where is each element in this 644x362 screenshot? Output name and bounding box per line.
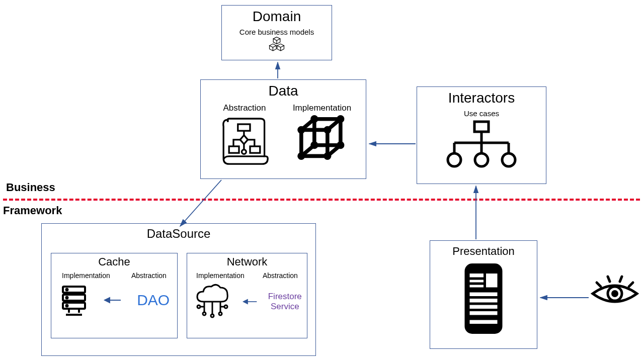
newspaper-phone-icon — [458, 261, 509, 336]
svg-marker-1 — [240, 135, 248, 144]
svg-point-26 — [211, 314, 214, 317]
svg-rect-35 — [470, 280, 484, 283]
svg-point-12 — [337, 141, 344, 149]
cache-box: Cache Implementation Abstraction — [51, 253, 178, 338]
svg-rect-39 — [470, 305, 498, 309]
network-abstraction-text: Firestore Service — [268, 292, 302, 312]
svg-marker-24 — [105, 298, 110, 303]
svg-point-6 — [324, 126, 331, 134]
cubes-icon — [268, 36, 285, 53]
svg-point-7 — [297, 152, 305, 160]
eye-icon — [590, 272, 640, 314]
svg-point-25 — [203, 312, 206, 315]
svg-point-43 — [611, 290, 618, 297]
svg-rect-41 — [470, 320, 498, 324]
svg-rect-40 — [470, 311, 498, 315]
svg-point-22 — [66, 305, 67, 307]
svg-point-29 — [224, 305, 227, 308]
svg-point-4 — [242, 150, 247, 154]
svg-rect-37 — [470, 293, 498, 297]
network-title: Network — [187, 255, 307, 268]
network-box: Network Implementation Abstraction — [187, 253, 307, 338]
svg-point-16 — [502, 153, 515, 166]
svg-rect-2 — [229, 146, 239, 153]
svg-point-21 — [66, 297, 67, 299]
domain-subtitle: Core business models — [222, 28, 332, 36]
usecase-hierarchy-icon — [441, 118, 522, 173]
svg-rect-0 — [238, 124, 250, 131]
interactors-subtitle: Use cases — [417, 109, 546, 118]
svg-point-15 — [475, 153, 488, 166]
arrow-left-icon — [104, 295, 122, 305]
database-icon — [59, 284, 89, 317]
data-abstraction-label: Abstraction — [223, 103, 266, 113]
svg-rect-36 — [470, 285, 484, 288]
presentation-title: Presentation — [430, 245, 537, 258]
svg-marker-31 — [244, 300, 248, 304]
svg-rect-38 — [470, 299, 498, 303]
cloud-network-icon — [192, 282, 232, 322]
svg-point-5 — [297, 126, 305, 134]
interactors-box: Interactors Use cases — [417, 86, 546, 184]
svg-point-11 — [310, 141, 318, 149]
network-implementation-label: Implementation — [196, 272, 245, 280]
svg-point-28 — [197, 305, 200, 308]
data-title: Data — [201, 83, 366, 99]
cache-abstraction-label: Abstraction — [131, 272, 167, 280]
cache-title: Cache — [51, 255, 177, 268]
cache-abstraction-text: DAO — [137, 292, 170, 309]
blueprint-icon — [217, 113, 272, 168]
svg-point-27 — [219, 312, 222, 315]
business-label: Business — [6, 181, 55, 194]
svg-point-9 — [310, 115, 318, 123]
presentation-box: Presentation — [430, 240, 537, 349]
data-implementation-label: Implementation — [293, 103, 351, 113]
svg-rect-33 — [470, 274, 484, 278]
framework-label: Framework — [3, 204, 62, 217]
domain-box: Domain Core business models — [221, 5, 332, 60]
svg-point-14 — [448, 153, 461, 166]
svg-point-8 — [324, 152, 331, 160]
svg-point-10 — [337, 115, 344, 123]
network-abstraction-label: Abstraction — [263, 272, 298, 280]
cube-wireframe-icon — [289, 113, 355, 168]
datasource-box: DataSource Cache Implementation Abstract… — [41, 223, 316, 356]
arrow-data-to-datasource — [180, 180, 221, 226]
arrow-left-icon — [243, 297, 258, 307]
cache-implementation-label: Implementation — [62, 272, 110, 280]
datasource-title: DataSource — [42, 227, 315, 241]
domain-title: Domain — [222, 9, 332, 25]
interactors-title: Interactors — [417, 90, 546, 106]
data-box: Data Abstraction — [200, 79, 366, 179]
layer-divider — [3, 199, 640, 201]
svg-point-20 — [66, 289, 67, 291]
svg-rect-34 — [486, 274, 498, 288]
svg-rect-13 — [474, 122, 489, 132]
svg-rect-3 — [250, 146, 260, 153]
